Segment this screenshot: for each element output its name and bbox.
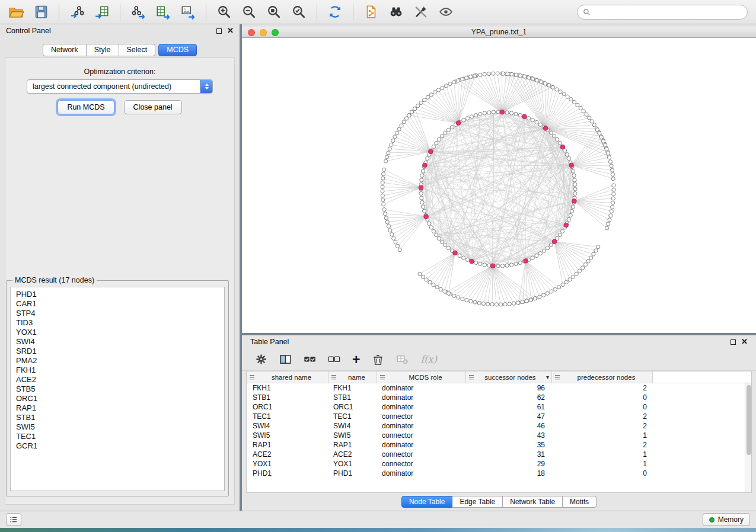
show-panels-button[interactable] xyxy=(6,513,21,526)
table-row[interactable]: FKH1 FKH1 dominator 96 2 xyxy=(247,383,751,393)
mcds-result-item[interactable]: PMA2 xyxy=(16,356,219,366)
mcds-result-item[interactable]: GCR1 xyxy=(16,441,219,451)
table-row[interactable]: SWI4 SWI4 dominator 46 2 xyxy=(247,421,751,431)
table-row[interactable]: ACE2 ACE2 connector 31 1 xyxy=(247,450,751,459)
table-row[interactable]: STB1 STB1 dominator 62 0 xyxy=(247,393,751,402)
search-input[interactable] xyxy=(594,8,742,16)
close-panel-button[interactable]: Close panel xyxy=(124,100,182,114)
run-mcds-button[interactable]: Run MCDS xyxy=(58,100,114,114)
delete-table-button[interactable] xyxy=(396,351,409,368)
network-window-titlebar[interactable]: YPA_prune.txt_1 xyxy=(242,27,756,38)
export-table-button[interactable] xyxy=(152,2,174,22)
cell-predecessor-nodes: 2 xyxy=(552,422,653,430)
column-header-name[interactable]: name xyxy=(328,371,377,383)
import-table-button[interactable] xyxy=(91,2,113,22)
table-scrollbar[interactable] xyxy=(745,383,751,492)
cell-successor-nodes: 61 xyxy=(466,403,552,411)
first-neighbors-button[interactable] xyxy=(385,2,407,22)
close-panel-icon[interactable]: ✕ xyxy=(227,27,234,34)
deselect-all-icon xyxy=(328,353,340,366)
mcds-result-item[interactable]: YOX1 xyxy=(16,328,219,337)
tab-edge-table[interactable]: Edge Table xyxy=(452,496,503,508)
network-canvas[interactable] xyxy=(242,38,756,333)
scrollbar-thumb[interactable] xyxy=(747,385,751,455)
tab-network-table[interactable]: Network Table xyxy=(503,496,563,508)
table-row[interactable]: PHD1 PHD1 dominator 18 0 xyxy=(247,469,751,478)
toolbar-search[interactable] xyxy=(577,5,748,20)
cell-predecessor-nodes: 1 xyxy=(552,431,653,440)
mcds-result-item[interactable]: SWI4 xyxy=(16,337,219,347)
zoom-in-button[interactable] xyxy=(213,2,235,22)
mcds-result-item[interactable]: ACE2 xyxy=(16,375,219,384)
table-panel-title: Table Panel xyxy=(250,338,289,346)
cell-shared-name: YOX1 xyxy=(247,460,328,468)
add-column-button[interactable]: + xyxy=(352,351,360,368)
float-panel-icon[interactable] xyxy=(731,339,736,345)
deselect-all-button[interactable] xyxy=(328,351,340,368)
window-zoom-icon[interactable] xyxy=(272,29,279,36)
open-file-button[interactable] xyxy=(5,2,27,22)
column-header-successor-nodes[interactable]: successor nodes▾ xyxy=(466,371,552,383)
mcds-result-item[interactable]: TID3 xyxy=(16,318,219,328)
cell-name: SWI4 xyxy=(328,422,377,430)
close-panel-icon[interactable]: ✕ xyxy=(741,338,748,345)
tab-style[interactable]: Style xyxy=(87,44,119,56)
mcds-result-item[interactable]: STB1 xyxy=(16,413,219,422)
column-visibility-button[interactable] xyxy=(279,351,292,368)
mcds-result-item[interactable]: ORC1 xyxy=(16,394,219,403)
cell-shared-name: PHD1 xyxy=(247,469,328,477)
tab-network[interactable]: Network xyxy=(43,44,87,56)
tab-mcds[interactable]: MCDS xyxy=(158,44,197,56)
criterion-select[interactable]: largest connected component (undirected) xyxy=(27,79,213,94)
import-network-icon xyxy=(69,4,85,20)
hide-selected-button[interactable] xyxy=(410,2,432,22)
export-image-button[interactable] xyxy=(177,2,199,22)
mcds-result-list[interactable]: PHD1CAR1STP4TID3YOX1SWI4SRD1PMA2FKH1ACE2… xyxy=(10,287,225,491)
zoom-out-button[interactable] xyxy=(238,2,260,22)
function-builder-button[interactable]: f(x) xyxy=(420,351,436,368)
cell-name: ORC1 xyxy=(328,403,377,411)
zoom-fit-button[interactable] xyxy=(263,2,285,22)
mcds-result-item[interactable]: PHD1 xyxy=(16,290,219,299)
graphics-details-button[interactable] xyxy=(435,2,457,22)
table-row[interactable]: SWI5 SWI5 connector 43 1 xyxy=(247,431,751,440)
mcds-result-item[interactable]: SWI5 xyxy=(16,422,219,432)
table-row[interactable]: ORC1 ORC1 dominator 61 0 xyxy=(247,402,751,412)
mcds-result-item[interactable]: TEC1 xyxy=(16,432,219,441)
mcds-result-item[interactable]: STP4 xyxy=(16,309,219,318)
table-settings-button[interactable] xyxy=(255,351,267,368)
mcds-result-item[interactable]: SRD1 xyxy=(16,347,219,356)
mcds-result-item[interactable]: FKH1 xyxy=(16,366,219,375)
memory-button[interactable]: Memory xyxy=(703,513,750,526)
cell-name: FKH1 xyxy=(328,384,377,392)
mcds-result-item[interactable]: RAP1 xyxy=(16,403,219,413)
select-all-button[interactable] xyxy=(304,351,316,368)
apply-layout-button[interactable] xyxy=(324,2,346,22)
window-minimize-icon[interactable] xyxy=(260,29,267,36)
tab-node-table[interactable]: Node Table xyxy=(401,496,453,508)
network-from-selection-button[interactable] xyxy=(360,2,382,22)
float-panel-icon[interactable] xyxy=(216,28,222,34)
import-network-button[interactable] xyxy=(66,2,88,22)
mcds-result-item[interactable]: STB5 xyxy=(16,384,219,394)
zoom-selected-button[interactable] xyxy=(288,2,310,22)
tab-motifs[interactable]: Motifs xyxy=(563,496,596,508)
search-icon xyxy=(583,8,591,16)
mcds-result-item[interactable]: CAR1 xyxy=(16,299,219,309)
delete-column-button[interactable] xyxy=(372,351,384,368)
column-header-mcds-role[interactable]: MCDS role xyxy=(377,371,466,383)
column-header-shared-name[interactable]: shared name xyxy=(247,371,328,383)
table-row[interactable]: YOX1 YOX1 connector 29 1 xyxy=(247,459,751,469)
cell-successor-nodes: 47 xyxy=(466,412,552,421)
export-network-button[interactable] xyxy=(127,2,149,22)
table-row[interactable]: RAP1 RAP1 dominator 35 2 xyxy=(247,440,751,450)
window-close-icon[interactable] xyxy=(248,29,255,36)
tab-select[interactable]: Select xyxy=(119,44,156,56)
cell-successor-nodes: 46 xyxy=(466,422,552,430)
cell-mcds-role: connector xyxy=(377,450,466,459)
save-session-button[interactable] xyxy=(30,2,52,22)
column-header-predecessor-nodes[interactable]: predecessor nodes xyxy=(552,371,653,383)
sort-descending-icon: ▾ xyxy=(546,374,549,380)
select-all-icon xyxy=(304,353,316,366)
table-row[interactable]: TEC1 TEC1 connector 47 2 xyxy=(247,412,751,421)
